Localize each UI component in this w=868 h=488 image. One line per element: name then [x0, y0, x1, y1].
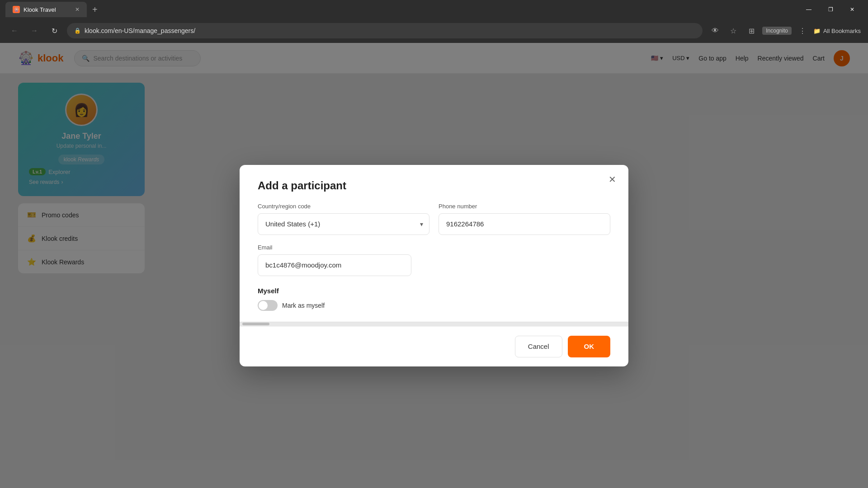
email-form-row: Email — [258, 244, 610, 276]
tab-bar: 🎡 Klook Travel ✕ + — ❐ ✕ — [0, 0, 868, 19]
close-window-button[interactable]: ✕ — [842, 2, 863, 17]
address-text: klook.com/en-US/manage_passengers/ — [85, 27, 695, 34]
modal-close-button[interactable]: ✕ — [605, 172, 619, 187]
country-select-wrapper: United States (+1) ▾ — [258, 213, 429, 235]
email-form-group: Email — [258, 244, 411, 276]
address-bar[interactable]: 🔒 klook.com/en-US/manage_passengers/ — [67, 23, 703, 38]
sidebar-toggle-button[interactable]: ⊞ — [744, 23, 759, 38]
ok-button[interactable]: OK — [568, 336, 611, 357]
page-background: 🎡 klook 🔍 Search destinations or activit… — [0, 43, 868, 488]
email-input[interactable] — [258, 254, 411, 276]
horizontal-scrollbar[interactable] — [240, 322, 628, 326]
myself-section: Myself Mark as myself — [258, 287, 610, 311]
minimize-button[interactable]: — — [798, 2, 819, 17]
new-tab-button[interactable]: + — [89, 5, 101, 15]
modal-body: Country/region code United States (+1) ▾… — [240, 203, 628, 322]
myself-title: Myself — [258, 287, 610, 295]
modal-dialog: ✕ Add a participant Country/region code … — [240, 165, 628, 366]
phone-form-group: Phone number — [439, 203, 610, 235]
bookmarks-label: All Bookmarks — [823, 28, 861, 34]
modal-overlay[interactable]: ✕ Add a participant Country/region code … — [0, 43, 868, 488]
country-form-group: Country/region code United States (+1) ▾ — [258, 203, 429, 235]
more-options-button[interactable]: ⋮ — [795, 23, 810, 38]
back-button[interactable]: ← — [7, 23, 22, 38]
address-bar-row: ← → ↻ 🔒 klook.com/en-US/manage_passenger… — [0, 19, 868, 42]
modal-title: Add a participant — [258, 179, 610, 192]
cancel-button[interactable]: Cancel — [515, 336, 562, 357]
eye-icon-button[interactable]: 👁 — [708, 23, 722, 38]
country-label: Country/region code — [258, 203, 429, 210]
tab-close-btn[interactable]: ✕ — [75, 6, 80, 13]
modal-footer: Cancel OK — [240, 326, 628, 366]
browser-chrome: 🎡 Klook Travel ✕ + — ❐ ✕ ← → ↻ 🔒 klook.c… — [0, 0, 868, 43]
maximize-button[interactable]: ❐ — [820, 2, 841, 17]
refresh-button[interactable]: ↻ — [47, 23, 61, 38]
incognito-badge: Incognito — [762, 27, 792, 35]
mark-as-myself-toggle[interactable] — [258, 300, 278, 311]
tab-title: Klook Travel — [24, 6, 56, 13]
tab-favicon: 🎡 — [13, 6, 20, 13]
star-icon-button[interactable]: ☆ — [726, 23, 741, 38]
email-label: Email — [258, 244, 411, 251]
lock-icon: 🔒 — [74, 28, 81, 34]
modal-header: Add a participant — [240, 165, 628, 203]
phone-input[interactable] — [439, 213, 610, 235]
forward-button[interactable]: → — [27, 23, 42, 38]
country-select[interactable]: United States (+1) — [258, 213, 429, 235]
window-controls: — ❐ ✕ — [798, 2, 863, 17]
phone-form-row: Country/region code United States (+1) ▾… — [258, 203, 610, 235]
bookmarks-icon: 📁 — [813, 28, 821, 34]
h-scroll-thumb — [242, 323, 269, 325]
mark-as-myself-label: Mark as myself — [282, 302, 325, 309]
bookmarks-button[interactable]: 📁 All Bookmarks — [813, 28, 861, 34]
active-tab[interactable]: 🎡 Klook Travel ✕ — [5, 2, 87, 17]
phone-label: Phone number — [439, 203, 610, 210]
mark-as-myself-row: Mark as myself — [258, 300, 610, 311]
address-bar-actions: 👁 ☆ ⊞ Incognito ⋮ 📁 All Bookmarks — [708, 23, 861, 38]
